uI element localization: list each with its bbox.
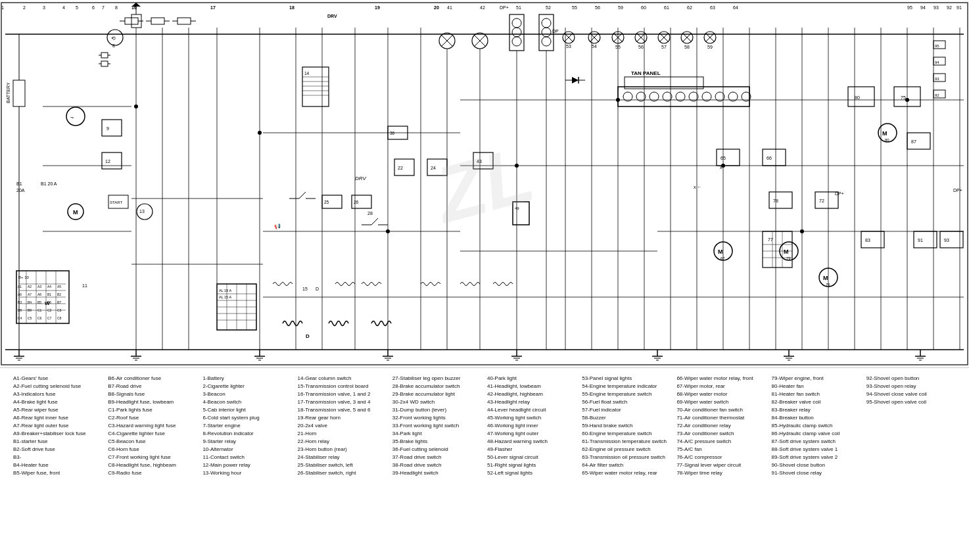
svg-text:B8: B8: [18, 308, 22, 312]
svg-text:START: START: [110, 200, 122, 204]
legend-item: 16-Transmission valve, 1 and 2: [298, 390, 387, 398]
svg-text:66: 66: [767, 156, 772, 160]
svg-text:C7: C7: [47, 316, 52, 320]
svg-text:75: 75: [901, 95, 906, 100]
svg-text:62: 62: [687, 5, 692, 10]
legend-item: C2-Roof fuse: [108, 414, 197, 422]
legend-item: 3-Beacon: [202, 390, 292, 398]
svg-text:A1: A1: [18, 285, 22, 289]
svg-text:12: 12: [105, 159, 110, 164]
legend-item: 53-Panel signal lights: [582, 375, 671, 383]
legend-item: 32-Front working lights: [392, 414, 482, 422]
legend-item: 69-Wiper water switch: [676, 398, 766, 406]
legend-item: 15-Transmission control board: [298, 383, 387, 390]
legend-item: B2-Soft drive fuse: [13, 446, 103, 454]
svg-text:M: M: [882, 130, 887, 137]
svg-text:14: 14: [304, 71, 310, 76]
svg-text:⟲: ⟲: [111, 35, 116, 41]
legend-item: C4-Cigarette lighter fuse: [108, 430, 197, 438]
svg-text:79: 79: [786, 256, 791, 260]
legend-item: A1-Gears' fuse: [13, 375, 103, 383]
svg-text:20A: 20A: [16, 188, 25, 193]
svg-text:67: 67: [721, 256, 725, 260]
svg-text:A2: A2: [28, 285, 32, 289]
svg-text:59: 59: [618, 5, 623, 10]
legend-item: 65-Wiper water motor relay, rear: [582, 469, 671, 477]
svg-text:95: 95: [907, 5, 912, 10]
svg-text:43: 43: [477, 159, 482, 164]
legend-item: 71-Air conditioner thermostat: [676, 414, 766, 422]
legend-item: 12-Main power relay: [202, 461, 292, 469]
svg-text:A3: A3: [37, 285, 41, 289]
svg-text:6: 6: [92, 5, 95, 10]
svg-text:92: 92: [947, 5, 952, 10]
legend-item: 67-Wiper motor, rear: [676, 383, 766, 390]
legend-item: C3-Hazard warning light fuse: [108, 422, 197, 430]
svg-text:B+ 10: B+ 10: [18, 275, 30, 279]
svg-text:A4: A4: [47, 285, 51, 289]
svg-text:~: ~: [70, 114, 74, 121]
svg-text:5: 5: [76, 5, 78, 10]
svg-point-312: [616, 98, 620, 102]
svg-text:13: 13: [139, 209, 145, 214]
legend-item: 85-Hydraulic clamp switch: [772, 422, 861, 430]
svg-text:3: 3: [43, 5, 45, 10]
svg-text:7: 7: [102, 5, 105, 10]
svg-text:TAN PANEL: TAN PANEL: [631, 70, 661, 76]
legend-item: 27-Stabiliser leg open buzzer: [392, 375, 482, 383]
svg-text:DP+: DP+: [953, 188, 962, 193]
legend-item: 94-Shovel close valve coil: [866, 390, 956, 398]
legend-item: 9-Starter relay: [202, 438, 292, 446]
svg-text:91: 91: [918, 238, 923, 243]
svg-text:55: 55: [572, 5, 577, 10]
legend-item: A2-Fuel cutting selenoid fuse: [13, 383, 103, 390]
svg-point-308: [134, 105, 138, 108]
legend-item: C7-Front working light fuse: [108, 454, 197, 461]
svg-text:64: 64: [733, 5, 738, 10]
legend-item: 78-Wiper time relay: [676, 469, 766, 477]
svg-text:41: 41: [447, 5, 452, 10]
legend-item: 51-Right signal lights: [487, 461, 577, 469]
legend-item: 91-Shovel close relay: [772, 469, 861, 477]
main-container: ZL BATTERY 16 17 18 19: [0, 0, 969, 560]
svg-text:B4: B4: [28, 300, 32, 304]
legend-item: 42-Headlight, highbeam: [487, 390, 577, 398]
legend-item: 47-Working light outer: [487, 430, 577, 438]
legend-item: 90-Shovel close button: [772, 461, 861, 469]
legend-item: B3-: [13, 454, 103, 461]
legend-item: 77-Signal lever wiper circuit: [676, 461, 766, 469]
svg-text:80: 80: [885, 138, 889, 142]
svg-text:A5: A5: [57, 285, 61, 289]
legend-item: 36-Fuel cutting selenoid: [392, 446, 482, 454]
svg-text:57: 57: [661, 45, 667, 49]
svg-text:26: 26: [354, 200, 359, 204]
legend-item: B4-Heater fuse: [13, 461, 103, 469]
legend-item: B8-Signals fuse: [108, 390, 197, 398]
svg-text:11: 11: [82, 283, 87, 288]
legend-item: 14-Gear column switch: [298, 375, 387, 383]
svg-text:x ←: x ←: [694, 185, 701, 189]
legend-item: 13-Working hour: [202, 469, 292, 477]
svg-text:49: 49: [515, 206, 519, 210]
svg-text:A8: A8: [37, 292, 41, 296]
legend-item: 30-2x4 WD switch: [392, 398, 482, 406]
svg-text:4: 4: [62, 5, 65, 10]
legend-item: 25-Stabiliser switch, left: [298, 461, 387, 469]
legend-item: 18-Transmission valve, 5 and 6: [298, 406, 387, 414]
svg-text:C5: C5: [28, 316, 32, 320]
legend-item: 8-Revolution indicator: [202, 430, 292, 438]
legend-item: 83-Breaker relay: [772, 406, 861, 414]
svg-text:28: 28: [367, 211, 373, 216]
legend-item: C8-Headlight fuse, highbeam: [108, 461, 197, 469]
legend-item: B9-Headlight fuse, lowbeam: [108, 398, 197, 406]
svg-text:📢: 📢: [274, 223, 281, 229]
svg-text:B9: B9: [28, 308, 32, 312]
legend-item: 35-Brake lights: [392, 438, 482, 446]
svg-text:B2: B2: [57, 292, 61, 296]
legend-item: 81-Heater fan switch: [772, 390, 861, 398]
svg-text:C6: C6: [37, 316, 42, 320]
svg-text:M: M: [784, 248, 789, 255]
svg-text:M: M: [73, 209, 78, 216]
svg-text:80: 80: [855, 95, 860, 100]
svg-point-309: [258, 131, 262, 135]
